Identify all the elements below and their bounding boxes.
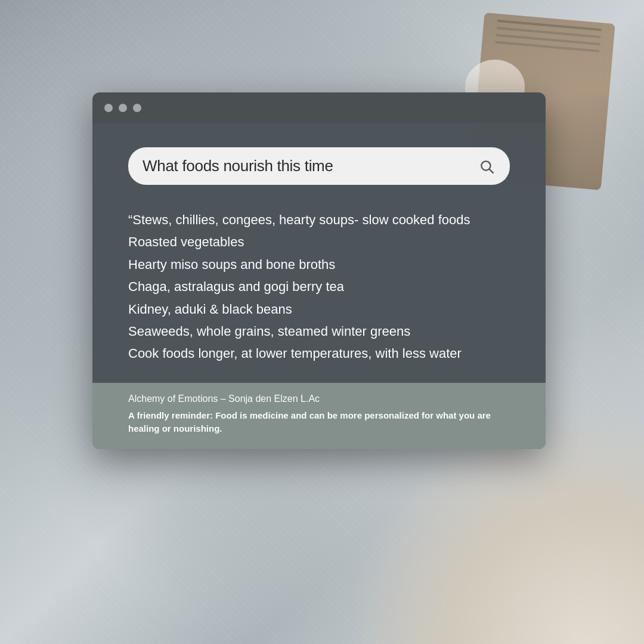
search-section: What foods nourish this time xyxy=(92,123,546,203)
result-line-2: Roasted vegetables xyxy=(128,234,244,249)
result-line-1: “Stews, chillies, congees, hearty soups-… xyxy=(128,212,470,227)
reminder-text: A friendly reminder: Food is medicine an… xyxy=(128,409,510,436)
window-body: What foods nourish this time “Stews, chi… xyxy=(92,123,546,449)
maximize-button[interactable] xyxy=(133,104,141,112)
close-button[interactable] xyxy=(104,104,113,112)
result-line-6: Seaweeds, whole grains, steamed winter g… xyxy=(128,324,410,339)
window-titlebar xyxy=(92,92,546,123)
result-line-3: Hearty miso soups and bone broths xyxy=(128,257,335,272)
results-section: “Stews, chillies, congees, hearty soups-… xyxy=(92,203,546,383)
result-content: “Stews, chillies, congees, hearty soups-… xyxy=(128,209,510,365)
search-bar[interactable]: What foods nourish this time xyxy=(128,147,510,185)
result-line-4: Chaga, astralagus and gogi berry tea xyxy=(128,279,344,294)
result-line-5: Kidney, aduki & black beans xyxy=(128,302,292,317)
window-footer: Alchemy of Emotions – Sonja den Elzen L.… xyxy=(92,383,546,449)
search-input[interactable]: What foods nourish this time xyxy=(143,157,470,175)
result-line-7: Cook foods longer, at lower temperatures… xyxy=(128,346,462,361)
search-icon[interactable] xyxy=(478,157,496,175)
browser-window: What foods nourish this time “Stews, chi… xyxy=(92,92,546,449)
attribution-text: Alchemy of Emotions – Sonja den Elzen L.… xyxy=(128,394,510,404)
minimize-button[interactable] xyxy=(119,104,127,112)
svg-line-1 xyxy=(490,169,493,172)
